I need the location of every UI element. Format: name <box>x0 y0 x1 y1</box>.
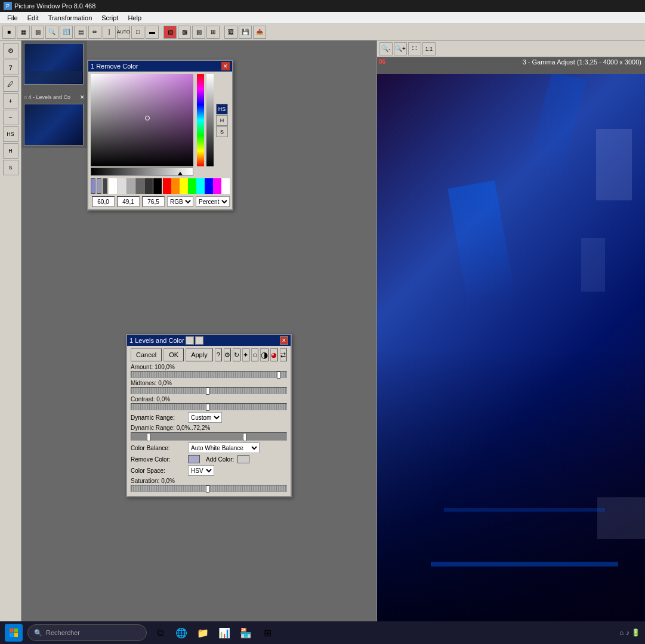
tool-help[interactable]: ? <box>3 60 18 75</box>
color-balance-select[interactable]: Auto White Balance Manual <box>188 442 260 453</box>
zoom-out-btn[interactable]: 🔍- <box>379 42 393 55</box>
menu-script[interactable]: Script <box>97 13 123 23</box>
cs-yellow[interactable] <box>180 178 188 194</box>
reset-icon-btn[interactable]: ✦ <box>242 348 249 361</box>
swatch-tertiary[interactable] <box>103 178 107 194</box>
thumbnail-2[interactable] <box>24 104 84 145</box>
amount-slider[interactable] <box>131 371 287 378</box>
channel-s-btn[interactable]: S <box>216 126 228 137</box>
toolbar-btn-save[interactable]: 💾 <box>239 26 252 39</box>
cs-red[interactable] <box>163 178 171 194</box>
thumbnail-1[interactable] <box>24 43 84 85</box>
midtones-thumb[interactable] <box>206 388 209 395</box>
saturation-slider[interactable] <box>131 485 287 492</box>
toolbar-btn-5[interactable]: 🔢 <box>60 26 73 39</box>
remove-color-swatch[interactable] <box>188 455 200 463</box>
v-value[interactable] <box>142 196 165 207</box>
contrast-thumb[interactable] <box>206 404 209 411</box>
cancel-button[interactable]: Cancel <box>131 348 162 361</box>
arrow-slider[interactable] <box>91 168 193 176</box>
tool-s[interactable]: S <box>3 160 18 175</box>
saturation-thumb[interactable] <box>206 485 209 493</box>
color-space-select[interactable]: HSV RGB Lab <box>188 465 214 476</box>
circle3-btn[interactable]: ◕ <box>270 348 277 361</box>
dyn-thumb-left[interactable] <box>147 433 150 441</box>
amount-thumb[interactable] <box>277 371 280 379</box>
channel-h-btn[interactable]: H <box>216 115 228 126</box>
levels-thumb-close[interactable]: ✕ <box>80 94 85 100</box>
search-bar[interactable]: 🔍 Rechercher <box>27 624 147 641</box>
midtones-slider[interactable] <box>131 387 287 394</box>
swatch-primary[interactable] <box>91 178 95 194</box>
toolbar-btn-mask1[interactable]: ▨ <box>163 26 177 39</box>
toolbar-btn-10[interactable]: ▬ <box>146 26 159 39</box>
explorer-icon[interactable]: 📁 <box>195 624 211 641</box>
toolbar-btn-2[interactable]: ▦ <box>17 26 30 39</box>
toolbar-btn-9[interactable]: □ <box>131 26 144 39</box>
help-icon-btn[interactable]: ? <box>215 348 222 361</box>
tool-hs[interactable]: HS <box>3 126 18 142</box>
toolbar-btn-7[interactable]: ✏ <box>88 26 101 39</box>
menu-help[interactable]: Help <box>123 13 146 23</box>
channel-hs-btn[interactable]: HS <box>216 104 228 114</box>
toolbar-btn-mask2[interactable]: ▩ <box>178 26 191 39</box>
excel-icon[interactable]: 📊 <box>216 624 233 641</box>
cs-magenta[interactable] <box>213 178 221 194</box>
ok-button[interactable]: OK <box>163 348 184 361</box>
tool-minus[interactable]: − <box>3 110 18 125</box>
tool-plus[interactable]: + <box>3 93 18 109</box>
gray-4[interactable] <box>135 178 144 194</box>
toolbar-btn-4[interactable]: 🔍 <box>45 26 58 39</box>
h-value[interactable] <box>92 196 115 207</box>
gray-1[interactable] <box>109 178 117 194</box>
levels-minimize-button[interactable]: _ <box>186 336 194 345</box>
toolbar-btn-3[interactable]: ▧ <box>31 26 44 39</box>
menu-edit[interactable]: Edit <box>23 13 44 23</box>
dynamic-range-slider[interactable] <box>131 432 287 441</box>
toolbar-btn-1[interactable]: ■ <box>2 26 16 39</box>
dynamic-range-select[interactable]: Custom Auto <box>188 412 222 423</box>
color-mode-select[interactable]: RGB HSV Lab <box>167 196 193 207</box>
toolbar-btn-export[interactable]: 📤 <box>253 26 266 39</box>
levels-maximize-button[interactable]: □ <box>195 336 203 345</box>
zoom-1to1-btn[interactable]: 1:1 <box>422 42 436 55</box>
settings-icon-btn[interactable]: ⚙ <box>224 348 231 361</box>
swatch-secondary[interactable] <box>97 178 101 194</box>
toolbar-btn-mask3[interactable]: ▧ <box>192 26 205 39</box>
tool-dropper[interactable]: 🖊 <box>3 76 18 92</box>
start-button[interactable] <box>5 624 23 642</box>
transfer-btn[interactable]: ⇄ <box>280 348 287 361</box>
edge-icon[interactable]: 🌐 <box>173 624 190 641</box>
cs-blue[interactable] <box>205 178 213 194</box>
remove-color-close-button[interactable]: ✕ <box>221 62 230 70</box>
gray-5[interactable] <box>144 178 153 194</box>
toolbar-btn-grid[interactable]: ⊞ <box>206 26 220 39</box>
taskview-button[interactable]: ⧉ <box>152 624 168 641</box>
toolbar-btn-8[interactable]: | <box>103 26 116 39</box>
cs-orange[interactable] <box>171 178 180 194</box>
lightness-slider[interactable] <box>206 74 214 166</box>
circle1-btn[interactable]: ○ <box>251 348 258 361</box>
store-icon[interactable]: 🏪 <box>237 624 254 641</box>
menu-file[interactable]: File <box>2 13 23 23</box>
gray-6[interactable] <box>153 178 162 194</box>
tool-h[interactable]: H <box>3 143 18 159</box>
menu-transformation[interactable]: Transformation <box>44 13 97 23</box>
zoom-in-btn[interactable]: 🔍+ <box>394 42 407 55</box>
cs-white[interactable] <box>221 178 230 194</box>
gray-2[interactable] <box>118 178 126 194</box>
apply-button[interactable]: Apply <box>186 348 213 361</box>
percent-mode-select[interactable]: Percent 0-255 <box>196 196 230 207</box>
hue-slider[interactable] <box>197 74 204 166</box>
toolbar-btn-auto[interactable]: AUTO <box>117 26 130 39</box>
toolbar-btn-6[interactable]: ▤ <box>74 26 87 39</box>
refresh-icon-btn[interactable]: ↻ <box>233 348 240 361</box>
cs-green[interactable] <box>188 178 196 194</box>
windows-store-2[interactable]: ⊞ <box>259 624 276 641</box>
cs-cyan[interactable] <box>196 178 205 194</box>
add-color-swatch[interactable] <box>237 455 249 463</box>
circle2-btn[interactable]: ◑ <box>260 348 269 361</box>
s-value[interactable] <box>117 196 140 207</box>
toolbar-btn-img[interactable]: 🖼 <box>224 26 237 39</box>
contrast-slider[interactable] <box>131 403 287 410</box>
